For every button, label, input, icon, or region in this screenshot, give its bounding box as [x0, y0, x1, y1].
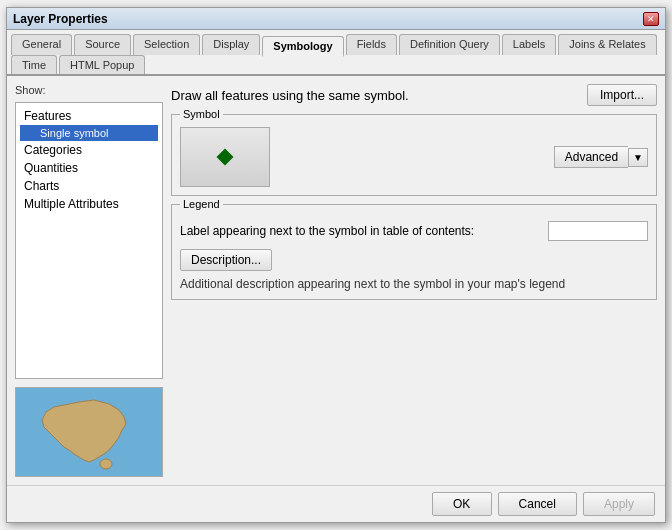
draw-header: Draw all features using the same symbol.…: [171, 84, 657, 106]
tab-html-popup[interactable]: HTML Popup: [59, 55, 145, 74]
map-preview: [15, 387, 163, 477]
title-bar: Layer Properties ✕: [7, 8, 665, 30]
tab-labels[interactable]: Labels: [502, 34, 556, 55]
right-panel: Draw all features using the same symbol.…: [171, 84, 657, 477]
advanced-button[interactable]: Advanced: [554, 146, 628, 168]
show-label: Show:: [15, 84, 163, 96]
tab-fields[interactable]: Fields: [346, 34, 397, 55]
tab-display[interactable]: Display: [202, 34, 260, 55]
tree-item-multiple-attributes[interactable]: Multiple Attributes: [20, 195, 158, 213]
layer-properties-window: Layer Properties ✕ General Source Select…: [6, 7, 666, 523]
tab-time[interactable]: Time: [11, 55, 57, 74]
symbol-group: Symbol Advanced ▼: [171, 114, 657, 196]
tree-item-charts[interactable]: Charts: [20, 177, 158, 195]
legend-input[interactable]: [548, 221, 648, 241]
advanced-dropdown-button[interactable]: ▼: [628, 148, 648, 167]
tab-source[interactable]: Source: [74, 34, 131, 55]
cancel-button[interactable]: Cancel: [498, 492, 577, 516]
advanced-btn-wrapper: Advanced ▼: [554, 146, 648, 168]
tab-symbology[interactable]: Symbology: [262, 36, 343, 57]
tab-selection[interactable]: Selection: [133, 34, 200, 55]
legend-label-text: Label appearing next to the symbol in ta…: [180, 224, 540, 238]
diamond-symbol: [217, 149, 234, 166]
tab-joins-relates[interactable]: Joins & Relates: [558, 34, 656, 55]
additional-description-text: Additional description appearing next to…: [180, 277, 648, 291]
description-button[interactable]: Description...: [180, 249, 272, 271]
symbol-box[interactable]: [180, 127, 270, 187]
legend-group-label: Legend: [180, 198, 223, 210]
left-panel: Show: Features Single symbol Categories …: [15, 84, 163, 477]
australia-svg: [24, 392, 154, 472]
window-title: Layer Properties: [13, 12, 108, 26]
tree-item-categories[interactable]: Categories: [20, 141, 158, 159]
tree-item-quantities[interactable]: Quantities: [20, 159, 158, 177]
content-area: Show: Features Single symbol Categories …: [7, 76, 665, 485]
tabs-container: General Source Selection Display Symbolo…: [7, 30, 665, 76]
draw-text: Draw all features using the same symbol.: [171, 88, 409, 103]
symbol-inner: Advanced ▼: [180, 127, 648, 187]
symbol-group-label: Symbol: [180, 108, 223, 120]
close-button[interactable]: ✕: [643, 12, 659, 26]
tab-definition-query[interactable]: Definition Query: [399, 34, 500, 55]
svg-point-2: [100, 459, 112, 469]
symbology-tree: Features Single symbol Categories Quanti…: [15, 102, 163, 379]
legend-group: Legend Label appearing next to the symbo…: [171, 204, 657, 300]
tab-general[interactable]: General: [11, 34, 72, 55]
import-button[interactable]: Import...: [587, 84, 657, 106]
tree-item-single-symbol[interactable]: Single symbol: [20, 125, 158, 141]
tree-item-features[interactable]: Features: [20, 107, 158, 125]
apply-button[interactable]: Apply: [583, 492, 655, 516]
ok-button[interactable]: OK: [432, 492, 492, 516]
legend-row: Label appearing next to the symbol in ta…: [180, 221, 648, 241]
bottom-bar: OK Cancel Apply: [7, 485, 665, 522]
